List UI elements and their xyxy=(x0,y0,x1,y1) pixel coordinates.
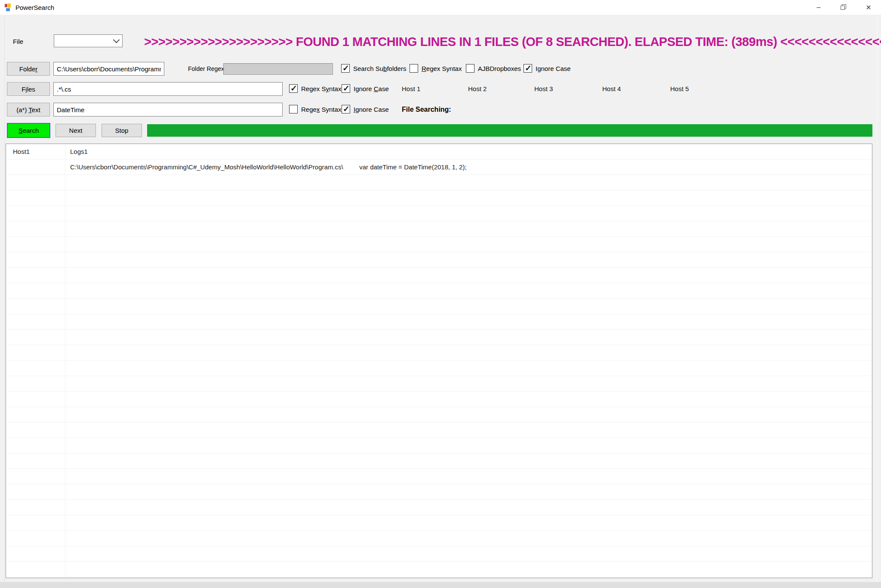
search-text-input[interactable] xyxy=(53,103,283,116)
folder-regex-syntax-checkbox[interactable]: Regex Syntax xyxy=(410,64,462,73)
next-button[interactable]: Next xyxy=(55,124,96,137)
files-ignore-case-label: Ignore Case xyxy=(354,85,389,92)
search-button[interactable]: Search xyxy=(7,123,50,138)
list-empty-row xyxy=(6,407,872,423)
search-subfolders-label: Search Subfolders xyxy=(353,65,406,72)
host-5-label: Host 5 xyxy=(670,82,689,96)
powersearch-window: PowerSearch – ✕ File >>>>>>>>>>>>>>>>>>>… xyxy=(0,0,881,588)
results-list[interactable]: Host1 Logs1 C:\Users\cborr\Documents\Pro… xyxy=(6,144,872,578)
host-4-label: Host 4 xyxy=(602,82,621,96)
restore-button[interactable] xyxy=(831,0,856,15)
list-empty-row xyxy=(6,423,872,438)
close-button[interactable]: ✕ xyxy=(856,0,881,15)
ajbdropboxes-checkbox-input[interactable] xyxy=(466,64,474,73)
list-empty-row xyxy=(6,206,872,221)
result-row-host[interactable]: Host1 Logs1 xyxy=(6,144,872,159)
window-title: PowerSearch xyxy=(15,4,54,11)
files-ignore-case-checkbox[interactable]: Ignore Case xyxy=(342,84,389,93)
list-empty-row xyxy=(6,190,872,206)
list-empty-row xyxy=(6,283,872,299)
files-regex-syntax-checkbox-input[interactable] xyxy=(289,84,298,93)
text-ignore-case-label: Ignore Case xyxy=(354,106,389,113)
column-separator xyxy=(65,144,65,578)
search-subfolders-checkbox[interactable]: Search Subfolders xyxy=(341,64,406,73)
text-button-label: (a*) Text xyxy=(16,106,40,113)
text-regex-syntax-checkbox[interactable]: Regex Syntax xyxy=(289,104,341,114)
list-empty-row xyxy=(6,515,872,531)
results-empty-rows xyxy=(6,175,872,577)
list-empty-row xyxy=(6,268,872,283)
file-label: File xyxy=(13,35,23,48)
host-2-label: Host 2 xyxy=(468,82,487,96)
minimize-icon: – xyxy=(817,3,821,11)
folder-regex-syntax-label: Regex Syntax xyxy=(422,65,462,72)
list-empty-row xyxy=(6,469,872,484)
title-bar: PowerSearch – ✕ xyxy=(0,0,881,15)
list-empty-row xyxy=(6,500,872,515)
result-log-cell: Logs1 xyxy=(65,148,88,155)
progress-fill xyxy=(147,124,872,137)
ajbdropboxes-checkbox[interactable]: AJBDropboxes xyxy=(466,64,521,73)
list-empty-row xyxy=(6,484,872,500)
list-empty-row xyxy=(6,438,872,453)
list-empty-row xyxy=(6,392,872,407)
list-empty-row xyxy=(6,330,872,345)
client-area: File >>>>>>>>>>>>>>>>>>>>> FOUND 1 MATCH… xyxy=(0,15,881,588)
folder-path-input[interactable] xyxy=(53,62,164,76)
files-ignore-case-checkbox-input[interactable] xyxy=(342,84,350,93)
folder-button-label: Folder xyxy=(19,65,38,73)
stop-button-label: Stop xyxy=(115,127,129,134)
folder-regex-syntax-checkbox-input[interactable] xyxy=(410,64,418,73)
list-empty-row xyxy=(6,252,872,268)
chevron-down-icon xyxy=(113,36,120,43)
list-empty-row xyxy=(6,237,872,252)
search-button-label: Search xyxy=(18,127,39,134)
folder-regex-input-disabled xyxy=(223,63,333,75)
text-ignore-case-checkbox-input[interactable] xyxy=(342,105,350,113)
next-button-label: Next xyxy=(69,127,83,134)
minimize-button[interactable]: – xyxy=(806,0,831,15)
text-regex-syntax-checkbox-input[interactable] xyxy=(289,105,298,113)
files-regex-syntax-checkbox[interactable]: Regex Syntax xyxy=(289,84,341,93)
status-banner: >>>>>>>>>>>>>>>>>>>>> FOUND 1 MATCHING L… xyxy=(144,34,881,50)
list-empty-row xyxy=(6,299,872,314)
search-subfolders-checkbox-input[interactable] xyxy=(341,64,350,73)
list-empty-row xyxy=(6,361,872,376)
list-empty-row xyxy=(6,531,872,546)
result-match-line-cell: C:\Users\cborr\Documents\Programming\C#_… xyxy=(65,163,467,171)
folder-ignore-case-checkbox[interactable]: Ignore Case xyxy=(524,64,571,73)
list-empty-row xyxy=(6,453,872,469)
files-regex-syntax-label: Regex Syntax xyxy=(301,85,341,92)
list-empty-row xyxy=(6,345,872,361)
list-empty-row xyxy=(6,376,872,392)
result-row-match[interactable]: C:\Users\cborr\Documents\Programming\C#_… xyxy=(6,159,872,175)
close-icon: ✕ xyxy=(866,3,871,12)
folder-button[interactable]: Folder xyxy=(7,62,50,76)
text-regex-syntax-label: Regex Syntax xyxy=(301,106,341,113)
host-1-label: Host 1 xyxy=(402,82,420,96)
files-pattern-input[interactable] xyxy=(53,82,283,96)
app-icon xyxy=(4,3,12,11)
stop-button[interactable]: Stop xyxy=(102,124,142,137)
files-button[interactable]: Files xyxy=(7,82,50,96)
text-button[interactable]: (a*) Text xyxy=(7,103,50,116)
folder-ignore-case-label: Ignore Case xyxy=(536,65,571,72)
bottom-frame-strip xyxy=(0,582,881,588)
left-frame-line xyxy=(4,16,5,588)
file-searching-label: File Searching: xyxy=(402,103,451,116)
caption-buttons: – ✕ xyxy=(806,0,881,15)
list-empty-row xyxy=(6,221,872,237)
list-empty-row xyxy=(6,546,872,562)
folder-ignore-case-checkbox-input[interactable] xyxy=(524,64,532,73)
list-empty-row xyxy=(6,314,872,330)
text-ignore-case-checkbox[interactable]: Ignore Case xyxy=(342,104,389,114)
ajbdropboxes-label: AJBDropboxes xyxy=(478,65,521,72)
folder-regex-label: Folder Regex xyxy=(188,62,224,76)
list-empty-row xyxy=(6,562,872,577)
restore-icon xyxy=(840,4,847,11)
right-frame-line xyxy=(877,15,877,588)
progress-bar xyxy=(147,124,872,137)
list-empty-row xyxy=(6,175,872,190)
files-button-label: Files xyxy=(22,86,35,93)
file-combobox[interactable] xyxy=(54,34,123,47)
